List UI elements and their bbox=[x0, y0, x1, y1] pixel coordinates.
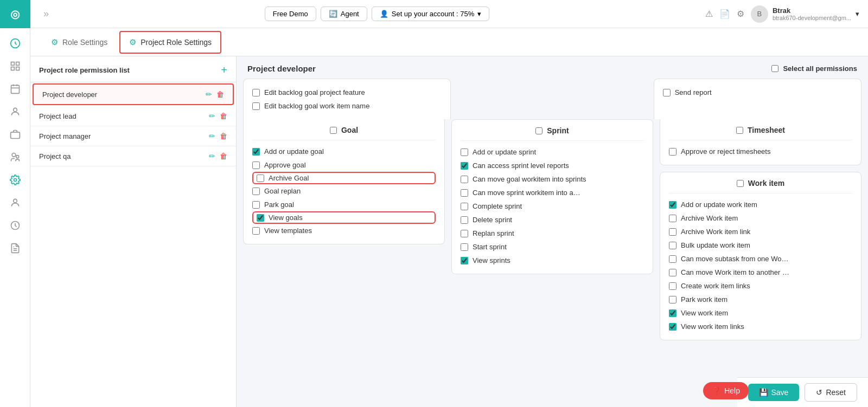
timesheet-section-checkbox[interactable] bbox=[736, 127, 743, 134]
role-name-developer: Project developer bbox=[42, 91, 97, 99]
perm-item-bulk-update-workitem: Bulk update work item bbox=[669, 238, 852, 252]
sidebar-item-user[interactable] bbox=[4, 101, 26, 122]
edit-lead-button[interactable]: ✏ bbox=[209, 112, 215, 120]
svg-point-9 bbox=[13, 108, 17, 112]
svg-rect-1 bbox=[11, 62, 14, 66]
checkbox-move-subtask[interactable] bbox=[669, 255, 676, 263]
role-item-project-developer[interactable]: Project developer ✏ 🗑 bbox=[33, 83, 234, 105]
goal-card-title: Goal bbox=[252, 126, 436, 140]
delete-developer-button[interactable]: 🗑 bbox=[216, 90, 224, 99]
save-icon: 💾 bbox=[759, 388, 768, 397]
checkbox-view-workitem-links[interactable] bbox=[669, 323, 676, 331]
sidebar-item-team[interactable] bbox=[4, 146, 26, 168]
permissions-header: Project developer Select all permissions bbox=[237, 56, 868, 79]
help-icon: ❓ bbox=[712, 386, 721, 395]
sidebar-item-grid[interactable] bbox=[4, 55, 26, 77]
edit-manager-button[interactable]: ✏ bbox=[209, 132, 215, 140]
sidebar-item-calendar[interactable] bbox=[4, 78, 26, 100]
alert-icon[interactable]: ⚠ bbox=[705, 9, 713, 19]
edit-qa-button[interactable]: ✏ bbox=[209, 152, 215, 160]
checkbox-move-workitem-another[interactable] bbox=[669, 269, 676, 276]
tab-project-role-settings[interactable]: ⚙ Project Role Settings bbox=[119, 31, 221, 54]
checkbox-move-goal-workitem-sprints[interactable] bbox=[461, 176, 468, 183]
perm-item-move-subtask: Can move subtask from one Work... bbox=[669, 252, 852, 266]
sidebar-item-report[interactable] bbox=[4, 237, 26, 259]
checkbox-goal-replan[interactable] bbox=[252, 188, 260, 195]
checkbox-edit-backlog-goal-work[interactable] bbox=[252, 102, 260, 110]
svg-point-13 bbox=[14, 179, 16, 182]
checkbox-delete-sprint[interactable] bbox=[461, 216, 468, 224]
perm-col-timesheet-workitem: Timesheet Approve or reject timesheets W… bbox=[660, 119, 861, 340]
checkbox-bulk-update-workitem[interactable] bbox=[669, 242, 676, 249]
delete-lead-button[interactable]: 🗑 bbox=[220, 112, 227, 120]
checkbox-view-templates[interactable] bbox=[252, 227, 260, 235]
expand-icon[interactable]: » bbox=[43, 8, 49, 20]
checkbox-move-sprint-workitem[interactable] bbox=[461, 189, 468, 197]
checkbox-replan-sprint[interactable] bbox=[461, 230, 468, 237]
role-list-title: Project role permission list bbox=[39, 66, 130, 74]
sidebar-item-timer[interactable] bbox=[4, 215, 26, 236]
topbar-right: ⚠ 📄 ⚙ B Btrak btrak670-development@gm...… bbox=[705, 5, 859, 23]
perm-col-sprint: Sprint Add or update sprint Can access s… bbox=[451, 119, 653, 274]
tab-role-settings[interactable]: ⚙ Role Settings bbox=[41, 31, 117, 54]
delete-qa-button[interactable]: 🗑 bbox=[220, 152, 227, 160]
svg-point-14 bbox=[13, 199, 17, 203]
checkbox-complete-sprint[interactable] bbox=[461, 203, 468, 210]
setup-button[interactable]: 👤 Set up your account : 75% ▾ bbox=[372, 7, 489, 21]
select-all-checkbox[interactable] bbox=[771, 65, 778, 72]
checkbox-add-update-sprint[interactable] bbox=[461, 148, 468, 156]
role-item-project-qa[interactable]: Project qa ✏ 🗑 bbox=[30, 146, 236, 166]
workitem-section-checkbox[interactable] bbox=[737, 180, 744, 187]
checkbox-view-sprints[interactable] bbox=[461, 257, 468, 264]
checkbox-edit-backlog-goal-project[interactable] bbox=[252, 89, 260, 96]
checkbox-view-workitem[interactable] bbox=[669, 309, 676, 317]
add-role-button[interactable]: + bbox=[221, 64, 227, 76]
sidebar-item-settings[interactable] bbox=[4, 169, 26, 191]
sidebar-item-dashboard[interactable] bbox=[4, 33, 26, 54]
gear-icon[interactable]: ⚙ bbox=[737, 9, 744, 19]
checkbox-add-update-goal[interactable] bbox=[252, 148, 260, 156]
perm-item-approve-goal: Approve goal bbox=[252, 158, 436, 172]
checkbox-approve-goal[interactable] bbox=[252, 161, 260, 169]
agent-icon: 🔄 bbox=[329, 10, 337, 18]
checkbox-send-report[interactable] bbox=[663, 89, 671, 96]
checkbox-archive-goal[interactable] bbox=[257, 175, 264, 182]
role-actions-manager: ✏ 🗑 bbox=[209, 132, 227, 140]
timesheet-card-title: Timesheet bbox=[669, 126, 852, 140]
sprint-section-checkbox[interactable] bbox=[535, 127, 542, 134]
svg-point-11 bbox=[12, 153, 16, 157]
checkbox-add-update-workitem[interactable] bbox=[669, 201, 676, 209]
checkbox-archive-workitem-link[interactable] bbox=[669, 228, 676, 236]
checkbox-archive-workitem[interactable] bbox=[669, 215, 676, 222]
perm-item-replan-sprint: Replan sprint bbox=[461, 227, 644, 240]
svg-rect-10 bbox=[10, 132, 20, 139]
checkbox-access-sprint-reports[interactable] bbox=[461, 162, 468, 170]
edit-developer-button[interactable]: ✏ bbox=[206, 90, 212, 99]
sidebar-item-briefcase[interactable] bbox=[4, 124, 26, 145]
perm-item-add-update-workitem: Add or update work item bbox=[669, 198, 852, 211]
role-item-project-manager[interactable]: Project manager ✏ 🗑 bbox=[30, 126, 236, 146]
delete-manager-button[interactable]: 🗑 bbox=[220, 132, 227, 140]
perm-item-edit-backlog-goal-work: Edit backlog goal work item name bbox=[252, 99, 442, 113]
main-content: ⚙ Role Settings ⚙ Project Role Settings … bbox=[30, 28, 868, 407]
reset-button[interactable]: ↺ Reset bbox=[805, 383, 857, 402]
save-button[interactable]: 💾 Save bbox=[748, 384, 800, 401]
free-demo-button[interactable]: Free Demo bbox=[265, 7, 316, 21]
checkbox-start-sprint[interactable] bbox=[461, 243, 468, 251]
checkbox-park-workitem[interactable] bbox=[669, 296, 676, 303]
goal-section-checkbox[interactable] bbox=[330, 127, 337, 134]
checkbox-view-goals[interactable] bbox=[257, 214, 264, 222]
checkbox-approve-timesheets[interactable] bbox=[669, 148, 676, 156]
perm-item-move-workitem-another: Can move Work item to another G... bbox=[669, 266, 852, 279]
checkbox-park-goal[interactable] bbox=[252, 201, 260, 209]
content-area: Project role permission list + Project d… bbox=[30, 56, 868, 407]
role-item-project-lead[interactable]: Project lead ✏ 🗑 bbox=[30, 106, 236, 126]
app-logo[interactable]: ◎ bbox=[0, 0, 30, 28]
sidebar-item-profile[interactable] bbox=[4, 192, 26, 214]
agent-button[interactable]: 🔄 Agent bbox=[321, 7, 367, 21]
help-button[interactable]: ❓ Help bbox=[703, 382, 749, 399]
checkbox-create-workitem-links[interactable] bbox=[669, 282, 676, 290]
workitem-card-title: Work item bbox=[669, 179, 852, 193]
document-icon[interactable]: 📄 bbox=[719, 9, 730, 19]
user-menu[interactable]: B Btrak btrak670-development@gm... ▾ bbox=[751, 5, 859, 23]
